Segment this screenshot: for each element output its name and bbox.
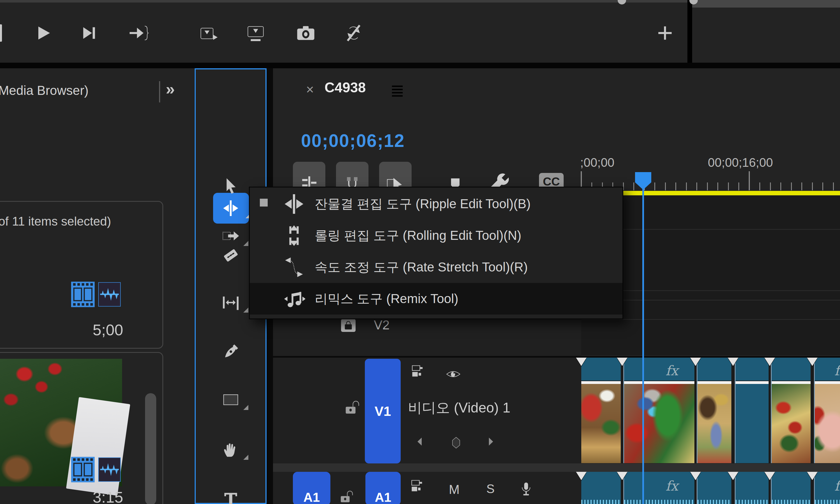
lockopen-icon	[344, 395, 361, 420]
audio-clip[interactable]: fx	[623, 472, 695, 504]
play-in-to-out-button[interactable]	[126, 22, 151, 44]
remix-icon	[283, 288, 305, 310]
syncoff-icon	[342, 23, 366, 43]
panel-icon-partial	[618, 0, 626, 4]
lockclosed-icon	[343, 320, 354, 331]
tab-close-button[interactable]: ×	[306, 82, 314, 97]
rolling-edit-tool-item[interactable]: 롤링 편집 도구 (Rolling Edit Tool)(N)	[250, 220, 623, 251]
add-button[interactable]	[655, 22, 675, 44]
top-right-panel	[692, 0, 840, 63]
video-clip[interactable]	[771, 358, 810, 463]
video-clip[interactable]: fx	[623, 358, 695, 463]
transition-marker-icon	[576, 472, 587, 480]
a1-target-button[interactable]: A1	[365, 472, 401, 504]
clip-selection-stripe	[736, 381, 769, 384]
video-clip[interactable]	[697, 358, 731, 463]
ruler-tick	[759, 182, 760, 190]
mute-button[interactable]: M	[449, 482, 459, 497]
rolling-icon	[283, 224, 305, 247]
eye-icon	[444, 366, 462, 382]
panel-divider[interactable]	[687, 0, 692, 69]
track-select-forward-tool[interactable]	[222, 227, 240, 245]
flyout-corner-icon	[243, 405, 248, 410]
play-button[interactable]	[34, 22, 53, 44]
remix-tool-item[interactable]: 리믹스 도구 (Remix Tool)	[250, 283, 623, 314]
ratestretch-icon	[283, 256, 305, 278]
clip-thumbnail	[698, 384, 731, 463]
transition-marker-icon	[728, 358, 738, 366]
ruler-tick	[675, 182, 676, 190]
track-lock-icon-open[interactable]	[339, 487, 354, 504]
video-clip[interactable]	[581, 358, 621, 463]
audio-waveform-icon[interactable]	[98, 281, 121, 308]
source-patch-icon[interactable]	[410, 479, 425, 493]
playhead-line[interactable]	[642, 188, 644, 504]
ruler-tick	[728, 182, 729, 190]
playhead-timecode[interactable]: 00;00;06;12	[301, 130, 405, 151]
rectangle-tool[interactable]	[222, 391, 240, 409]
track-lock-icon-locked[interactable]	[341, 319, 355, 332]
track-lock-icon-open[interactable]	[344, 395, 361, 420]
audio-clip[interactable]	[581, 472, 621, 504]
audio-clip[interactable]	[771, 472, 810, 504]
rolling-icon	[283, 224, 305, 247]
next-keyframe-button[interactable]	[485, 434, 496, 449]
export-frame-button[interactable]	[294, 22, 318, 44]
audio-waveform-icon[interactable]	[98, 456, 121, 483]
track-label-v2: V2	[374, 317, 389, 332]
audio-clip[interactable]	[735, 472, 769, 504]
transition-marker-icon	[690, 472, 701, 480]
film-icon	[71, 281, 95, 308]
pen-tool[interactable]	[222, 343, 240, 361]
voiceover-record-icon[interactable]	[519, 477, 533, 501]
fx-badge: fx	[835, 363, 840, 378]
previous-keyframe-button[interactable]	[415, 434, 426, 449]
ripple-icon	[222, 199, 240, 217]
ripple-edit-tool[interactable]	[222, 199, 240, 217]
clip-selection-stripe	[624, 381, 695, 384]
panel-top-strip	[0, 0, 687, 2]
rate-stretch-tool-item[interactable]: 속도 조정 도구 (Rate Stretch Tool)(R)	[250, 251, 623, 283]
comparison-view-off-button[interactable]	[341, 22, 366, 44]
audio-clip[interactable]: fx	[814, 472, 840, 504]
extract-icon	[241, 23, 270, 43]
vertical-scrollbar[interactable]	[145, 393, 156, 504]
program-monitor-toolbar	[0, 0, 687, 63]
clip-selection-stripe	[581, 381, 621, 384]
clip-selection-stripe	[698, 381, 731, 384]
panel-menu-icon[interactable]	[390, 84, 405, 97]
audio-waveform	[581, 500, 621, 504]
film-icon[interactable]	[71, 281, 95, 308]
playhead[interactable]	[635, 172, 651, 190]
source-patch-icon[interactable]	[410, 364, 426, 378]
panel-top-strip	[692, 0, 840, 7]
menu-item-label: 잔물결 편집 도구 (Ripple Edit Tool)(B)	[315, 195, 530, 213]
video-clip[interactable]	[735, 358, 769, 463]
selection-tool[interactable]	[222, 177, 240, 195]
slip-tool[interactable]	[222, 293, 240, 311]
a1-source-patch-button[interactable]: A1	[293, 472, 330, 504]
step-forward-button[interactable]	[80, 22, 98, 44]
audio-clip[interactable]	[697, 472, 731, 504]
clip-thumbnail	[772, 384, 810, 463]
hand-tool[interactable]	[222, 441, 240, 459]
panel-gap	[0, 63, 840, 68]
solo-button[interactable]: S	[486, 482, 494, 496]
film-icon[interactable]	[71, 456, 95, 483]
razor-tool[interactable]	[222, 246, 240, 264]
trackselect-icon	[222, 227, 240, 245]
audio-waveform	[772, 500, 810, 504]
double-chevron-right-icon[interactable]: »	[166, 79, 175, 98]
type-tool[interactable]	[222, 490, 240, 504]
add-keyframe-button[interactable]	[449, 435, 463, 450]
sequence-tab-title[interactable]: C4938	[325, 79, 366, 96]
extract-button[interactable]	[240, 22, 271, 44]
v1-target-button[interactable]: V1	[365, 359, 401, 464]
ruler-tick	[791, 182, 792, 190]
lift-button[interactable]	[193, 22, 224, 44]
video-clip[interactable]: fx	[814, 358, 840, 463]
ripple-edit-tool-item[interactable]: 잔물결 편집 도구 (Ripple Edit Tool)(B)	[250, 188, 623, 220]
track-output-eye-icon[interactable]	[444, 366, 462, 382]
media-browser-panel: Media Browser) » of 11 items selected) 5…	[0, 68, 194, 504]
fx-badge: fx	[666, 363, 678, 378]
